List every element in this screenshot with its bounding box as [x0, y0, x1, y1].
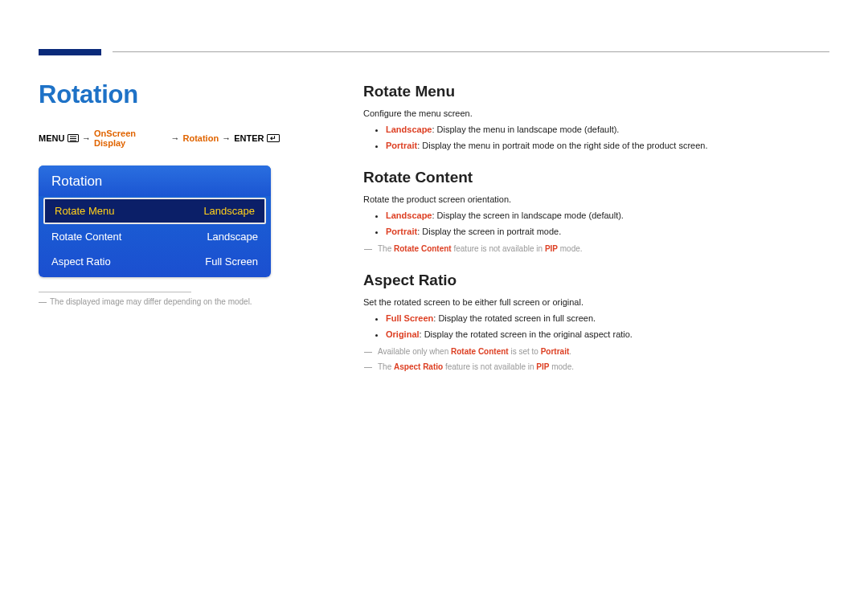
- option-key: Full Screen: [386, 313, 433, 323]
- osd-panel: Rotation Rotate Menu Landscape Rotate Co…: [39, 166, 271, 277]
- option-key: Portrait: [386, 227, 417, 236]
- option-key: Original: [386, 329, 420, 339]
- arrow-icon: →: [82, 133, 91, 143]
- arrow-icon: →: [171, 133, 180, 143]
- option-key: Portrait: [386, 141, 417, 150]
- osd-row-value: Landscape: [203, 205, 255, 217]
- section-heading-aspect-ratio: Aspect Ratio: [363, 269, 829, 292]
- osd-row-rotate-content[interactable]: Rotate Content Landscape: [39, 224, 271, 249]
- option-desc: : Display the menu in landscape mode (de…: [432, 125, 619, 134]
- section-para: Configure the menu screen.: [363, 107, 829, 121]
- osd-row-label: Aspect Ratio: [51, 255, 111, 268]
- osd-title: Rotation: [39, 166, 271, 196]
- menu-icon: [68, 134, 79, 142]
- option-key: Landscape: [386, 210, 432, 220]
- footnote: ― The displayed image may differ dependi…: [39, 297, 280, 306]
- enter-icon: [267, 134, 280, 142]
- option-desc: : Display the menu in portrait mode on t…: [417, 141, 707, 150]
- note-aspect-portrait: ― Available only when Rotate Content is …: [363, 345, 829, 358]
- note-key: Rotate Content: [451, 347, 509, 356]
- top-rule: [113, 51, 829, 52]
- osd-row-label: Rotate Content: [51, 231, 121, 243]
- dash-icon: ―: [39, 297, 47, 306]
- note-text: feature is not available in: [443, 362, 536, 371]
- option-item: Portrait: Display the screen in portrait…: [386, 225, 829, 239]
- top-accent-bar: [39, 49, 101, 55]
- breadcrumb: MENU → OnScreen Display → Rotation → ENT…: [39, 129, 280, 148]
- page-title: Rotation: [39, 80, 280, 109]
- option-desc: : Display the rotated screen in the orig…: [420, 329, 633, 339]
- option-desc: : Display the screen in portrait mode.: [417, 227, 561, 236]
- option-desc: : Display the rotated screen in full scr…: [433, 313, 596, 323]
- note-text: .: [569, 347, 571, 356]
- note-key: Aspect Ratio: [394, 362, 443, 371]
- option-list: Landscape: Display the screen in landsca…: [363, 209, 829, 238]
- dash-icon: ―: [363, 345, 373, 358]
- note-key: PIP: [536, 362, 549, 371]
- note-key: PIP: [545, 244, 558, 253]
- breadcrumb-enter-label: ENTER: [234, 133, 264, 143]
- footnote-text: The displayed image may differ depending…: [50, 297, 252, 306]
- option-item: Original: Display the rotated screen in …: [386, 328, 829, 341]
- option-list: Landscape: Display the menu in landscape…: [363, 123, 829, 152]
- note-key: Portrait: [541, 347, 570, 356]
- osd-row-rotate-menu[interactable]: Rotate Menu Landscape: [43, 198, 266, 224]
- breadcrumb-seg-onscreen: OnScreen Display: [94, 129, 167, 148]
- option-item: Landscape: Display the screen in landsca…: [386, 209, 829, 223]
- osd-row-value: Landscape: [207, 231, 258, 243]
- osd-row-value: Full Screen: [205, 255, 258, 268]
- option-item: Landscape: Display the menu in landscape…: [386, 123, 829, 137]
- option-item: Full Screen: Display the rotated screen …: [386, 312, 829, 325]
- dash-icon: ―: [363, 243, 373, 255]
- footnote-divider: [39, 292, 191, 292]
- option-list: Full Screen: Display the rotated screen …: [363, 312, 829, 341]
- arrow-icon: →: [222, 133, 231, 143]
- note-text: mode.: [549, 362, 574, 371]
- option-key: Landscape: [386, 125, 432, 134]
- option-item: Portrait: Display the menu in portrait m…: [386, 139, 829, 153]
- note-text: mode.: [558, 244, 583, 253]
- osd-row-label: Rotate Menu: [55, 205, 114, 217]
- note-text: The: [378, 362, 394, 371]
- dash-icon: ―: [363, 361, 373, 373]
- note-aspect-pip: ― The Aspect Ratio feature is not availa…: [363, 361, 829, 373]
- note-text: The: [378, 244, 394, 253]
- section-para: Set the rotated screen to be either full…: [363, 296, 829, 309]
- breadcrumb-menu-label: MENU: [39, 133, 64, 143]
- osd-row-aspect-ratio[interactable]: Aspect Ratio Full Screen: [39, 249, 271, 277]
- note-text: feature is not available in: [452, 244, 545, 253]
- breadcrumb-seg-rotation: Rotation: [183, 133, 219, 143]
- note-rotate-content-pip: ― The Rotate Content feature is not avai…: [363, 243, 829, 255]
- section-heading-rotate-content: Rotate Content: [363, 166, 829, 190]
- note-text: is set to: [509, 347, 541, 356]
- section-para: Rotate the product screen orientation.: [363, 193, 829, 206]
- note-key: Rotate Content: [394, 244, 452, 253]
- option-desc: : Display the screen in landscape mode (…: [432, 210, 623, 220]
- section-heading-rotate-menu: Rotate Menu: [363, 80, 829, 104]
- note-text: Available only when: [378, 347, 451, 356]
